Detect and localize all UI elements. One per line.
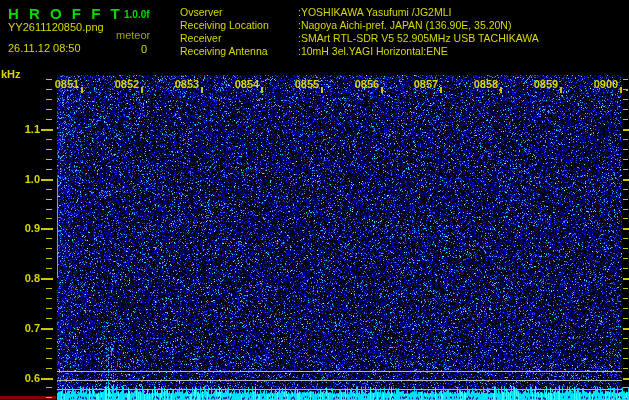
hrofft-window: H R O F F T 1.0.0f YY2611120850.png mete… (0, 0, 629, 400)
station-info-row: Receiver:SMArt RTL-SDR V5 52.905MHz USB … (180, 32, 539, 45)
meteor-count-value: 0 (141, 43, 147, 55)
y-axis-tick-label: 0.9 (0, 222, 40, 234)
observation-datetime: 26.11.12 08:50 (8, 42, 81, 54)
meteor-count-label: meteor (116, 29, 150, 41)
app-version: 1.0.0f (124, 9, 150, 20)
x-axis-tick-label: 0859 (524, 78, 568, 90)
y-axis-tick-label: 0.7 (0, 322, 40, 334)
x-axis-tick-label: 0854 (225, 78, 269, 90)
station-info-value: :10mH 3el.YAGI Horizontal:ENE (298, 45, 448, 58)
station-info-label: Receiving Antenna (180, 45, 298, 58)
station-info-value: :YOSHIKAWA Yasufumi /JG2MLI (298, 6, 451, 19)
x-axis-tick-label: 0858 (464, 78, 508, 90)
station-info-label: Receiver (180, 32, 298, 45)
station-info-label: Receiving Location (180, 19, 298, 32)
y-axis-tick-label: 0.8 (0, 272, 40, 284)
output-filename: YY2611120850.png (8, 21, 104, 33)
x-axis-tick-label: 0900 (584, 78, 628, 90)
x-axis-tick-label: 0852 (105, 78, 149, 90)
x-axis-tick-label: 0855 (285, 78, 329, 90)
station-info-row: Ovserver:YOSHIKAWA Yasufumi /JG2MLI (180, 6, 539, 19)
x-axis-tick-label: 0856 (345, 78, 389, 90)
x-axis-tick-label: 0851 (45, 78, 89, 90)
y-axis-tick-label: 1.1 (0, 123, 40, 135)
station-info-value: :SMArt RTL-SDR V5 52.905MHz USB TACHIKAW… (298, 32, 539, 45)
x-axis-tick-label: 0857 (404, 78, 448, 90)
y-axis-tick-label: 0.6 (0, 372, 40, 384)
station-info-row: Receiving Antenna:10mH 3el.YAGI Horizont… (180, 45, 539, 58)
spectrogram-canvas (0, 0, 629, 400)
y-axis-tick-label: 1.0 (0, 173, 40, 185)
station-info-block: Ovserver:YOSHIKAWA Yasufumi /JG2MLIRecei… (180, 6, 539, 58)
station-info-value: :Nagoya Aichi-pref. JAPAN (136.90E, 35.2… (298, 19, 511, 32)
station-info-row: Receiving Location:Nagoya Aichi-pref. JA… (180, 19, 539, 32)
app-title: H R O F F T (8, 5, 123, 22)
x-axis-tick-label: 0853 (165, 78, 209, 90)
station-info-label: Ovserver (180, 6, 298, 19)
y-axis-unit-label: kHz (1, 68, 21, 80)
